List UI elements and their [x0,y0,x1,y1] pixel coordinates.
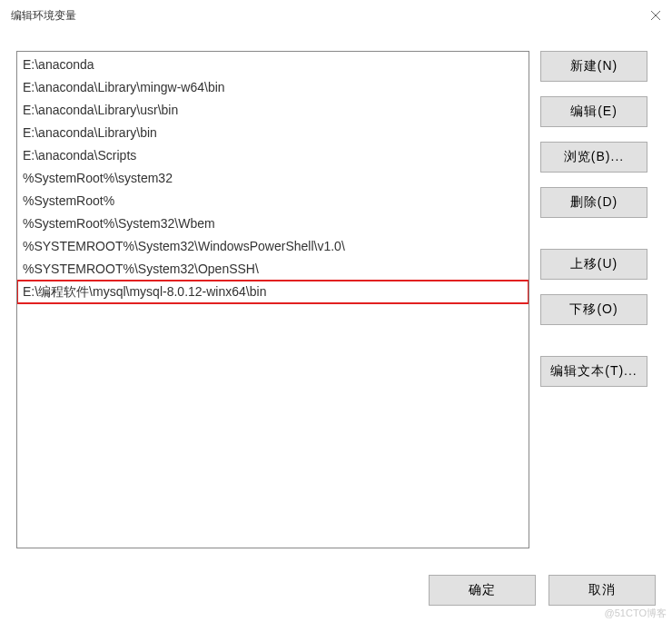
close-icon[interactable] [650,10,661,21]
path-list-item[interactable]: E:\编程软件\mysql\mysql-8.0.12-winx64\bin [17,281,529,303]
ok-button[interactable]: 确定 [429,575,536,606]
edit-button[interactable]: 编辑(E) [540,96,647,127]
path-list-item[interactable]: %SYSTEMROOT%\System32\WindowsPowerShell\… [17,235,529,258]
path-list-item[interactable]: E:\anaconda\Library\usr\bin [17,99,529,122]
path-list-item[interactable]: E:\anaconda\Library\bin [17,122,529,144]
dialog-content: E:\anacondaE:\anaconda\Library\mingw-w64… [0,31,672,622]
path-list-item[interactable]: E:\anaconda\Scripts [17,144,529,167]
new-button[interactable]: 新建(N) [540,51,647,82]
path-listbox[interactable]: E:\anacondaE:\anaconda\Library\mingw-w64… [16,51,529,548]
path-list-item[interactable]: %SystemRoot% [17,190,529,212]
footer-buttons: 确定 取消 [429,575,656,606]
cancel-button[interactable]: 取消 [548,575,656,606]
path-list-item[interactable]: E:\anaconda\Library\mingw-w64\bin [17,76,529,99]
path-list-item[interactable]: E:\anaconda [17,54,529,76]
path-list-item[interactable]: %SYSTEMROOT%\System32\OpenSSH\ [17,258,529,281]
path-list-item[interactable]: %SystemRoot%\System32\Wbem [17,212,529,235]
browse-button[interactable]: 浏览(B)... [540,142,647,173]
move-down-button[interactable]: 下移(O) [540,294,647,325]
window-title: 编辑环境变量 [11,8,76,24]
edit-text-button[interactable]: 编辑文本(T)... [540,356,647,387]
watermark: @51CTO博客 [605,607,667,620]
titlebar: 编辑环境变量 [0,0,672,31]
delete-button[interactable]: 删除(D) [540,187,647,218]
move-up-button[interactable]: 上移(U) [540,249,647,280]
button-column: 新建(N) 编辑(E) 浏览(B)... 删除(D) 上移(U) 下移(O) 编… [540,51,647,548]
path-list-item[interactable]: %SystemRoot%\system32 [17,167,529,190]
